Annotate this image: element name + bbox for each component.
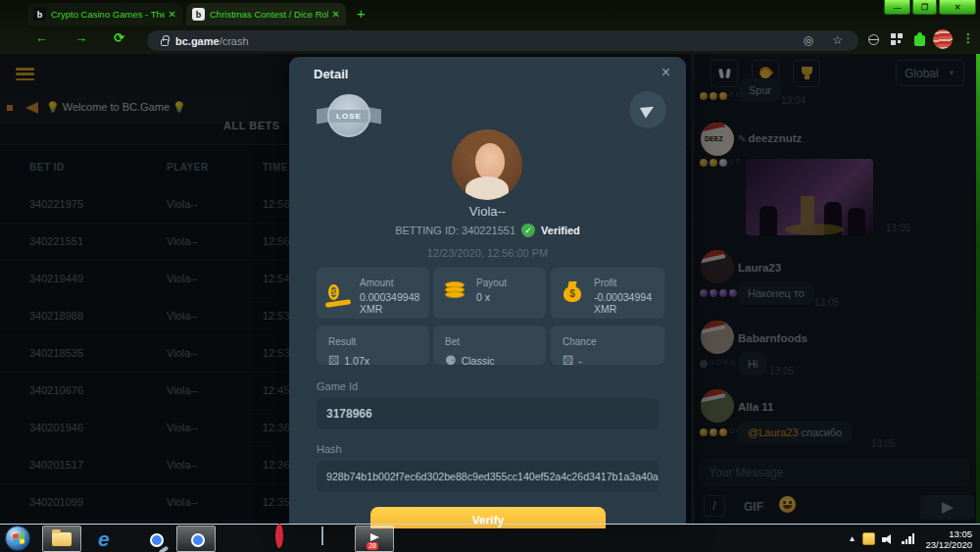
tray-expand-icon[interactable]: ▲ (849, 534, 857, 543)
game-id-field[interactable]: 3178966 (317, 398, 659, 429)
coin-hand-icon: $ (328, 281, 352, 305)
browser-menu-icon[interactable]: ⋮ (962, 31, 974, 45)
modal-title: Detail (314, 67, 348, 81)
bet-datetime: 12/23/2020, 12:56:00 PM (289, 247, 686, 259)
back-button[interactable]: ← (35, 30, 48, 45)
taskbar-explorer[interactable] (50, 527, 74, 551)
window-minimize-button[interactable]: — (884, 0, 910, 15)
taskbar-notepad[interactable] (318, 527, 342, 551)
clock-date: 23/12/2020 (925, 539, 972, 550)
browser-tab-2[interactable]: b Christmas Contest / Dice Roll Hu ✕ (186, 3, 346, 25)
profile-avatar[interactable] (933, 29, 953, 49)
bookmark-star-icon[interactable]: ☆ (832, 33, 843, 47)
taskbar-chrome[interactable] (184, 527, 208, 551)
dice-icon: ⚄ (328, 353, 339, 368)
system-tray: ▲ 13:05 23/12/2020 (849, 525, 980, 552)
taskbar-opera[interactable] (274, 527, 298, 551)
browser-chrome: b Crypto Casino Games - The 16 B ✕ b Chr… (0, 0, 980, 54)
money-bag-icon (563, 281, 586, 305)
ie-icon: e (98, 527, 110, 550)
betting-id-label: BETTING ID: 340221551 (395, 225, 515, 236)
globe-icon[interactable] (868, 34, 879, 45)
betting-id-value: 340221551 (462, 225, 515, 236)
stat-card-amount: $ Amount0.000349948 XMR (317, 268, 429, 319)
tab-close-icon[interactable]: ✕ (332, 9, 340, 20)
taskbar-chrome-settings[interactable] (143, 527, 167, 551)
window-close-button[interactable]: ✕ (939, 0, 976, 15)
start-button[interactable] (5, 526, 30, 551)
volume-icon[interactable] (882, 533, 895, 545)
clock-time: 13:05 (949, 528, 972, 539)
share-button[interactable] (629, 91, 666, 128)
url-domain: bc.game (175, 35, 220, 47)
stat-card-bet: Bet ⚈Classic (433, 326, 546, 365)
player-avatar[interactable] (452, 129, 522, 200)
stat-card-payout: Payout0 x (433, 268, 546, 319)
taskbar: e 28 ▲ 13:05 23/12/2020 (0, 524, 980, 552)
qr-code-icon[interactable] (891, 33, 903, 45)
tab-title: Christmas Contest / Dice Roll Hu (210, 9, 328, 20)
reload-button[interactable]: ⟳ (114, 30, 124, 45)
dice-icon: ⚄ (563, 353, 573, 368)
network-signal-icon[interactable] (902, 533, 914, 544)
folder-icon (52, 532, 72, 546)
coin-stack-icon (445, 281, 468, 305)
bcgame-favicon: b (33, 8, 46, 21)
verified-label: Verified (541, 225, 580, 236)
hash-label: Hash (317, 443, 342, 455)
opera-icon (275, 524, 283, 548)
forward-button[interactable]: → (74, 30, 87, 45)
browser-toolbar: ← → ⟳ bc.game /crash ◎ ☆ ⋮ (0, 26, 980, 54)
target-icon[interactable]: ◎ (804, 33, 813, 47)
new-tab-button[interactable]: + (357, 6, 366, 21)
tray-app-icon[interactable] (862, 532, 875, 545)
lose-badge: LOSE (317, 92, 381, 139)
stat-card-chance: Chance ⚄- (551, 326, 664, 365)
stat-card-result: Result ⚄1.07x (317, 326, 429, 365)
notepad-icon (321, 527, 323, 545)
address-bar[interactable]: bc.game /crash ◎ ☆ (147, 30, 858, 51)
lock-icon (161, 39, 169, 46)
game-id-label: Game Id (317, 380, 358, 392)
taskbar-telegram[interactable]: 28 (357, 527, 380, 551)
window-restore-button[interactable]: ❐ (912, 0, 937, 15)
screen: 💡 Welcome to BC.Game 💡 ALL BETS BET ID P… (0, 0, 980, 552)
bet-detail-modal: Detail × LOSE Viola-- BETTING ID: 340221… (289, 57, 686, 524)
bcgame-favicon: b (192, 8, 205, 21)
close-icon[interactable]: × (662, 64, 670, 81)
betting-id-row: BETTING ID: 340221551 ✓ Verified (289, 224, 686, 237)
extensions-puzzle-icon[interactable] (914, 35, 925, 46)
hash-field[interactable]: 928b74b1b002f7ec6d302be88c9ed355cc140ef5… (317, 461, 659, 492)
taskbar-clock[interactable]: 13:05 23/12/2020 (921, 528, 972, 550)
notification-badge: 28 (367, 542, 378, 550)
window-edge (976, 0, 980, 524)
share-icon (639, 102, 656, 119)
taskbar-internet-explorer[interactable]: e (98, 527, 122, 551)
lose-badge-label: LOSE (329, 110, 368, 123)
url-path: /crash (220, 35, 249, 47)
tab-close-icon[interactable]: ✕ (169, 9, 176, 20)
taskbar-firefox[interactable] (230, 527, 254, 551)
tab-title: Crypto Casino Games - The 16 B (51, 9, 165, 20)
wrench-icon (159, 545, 169, 552)
stat-card-profit: Profit-0.00034994 XMR (551, 268, 664, 319)
dice-icon: ⚈ (445, 353, 457, 368)
windows-flag-icon (13, 532, 24, 544)
browser-tab-1[interactable]: b Crypto Casino Games - The 16 B ✕ (27, 3, 182, 25)
verified-shield-icon: ✓ (521, 224, 535, 237)
player-name: Viola-- (289, 204, 686, 219)
